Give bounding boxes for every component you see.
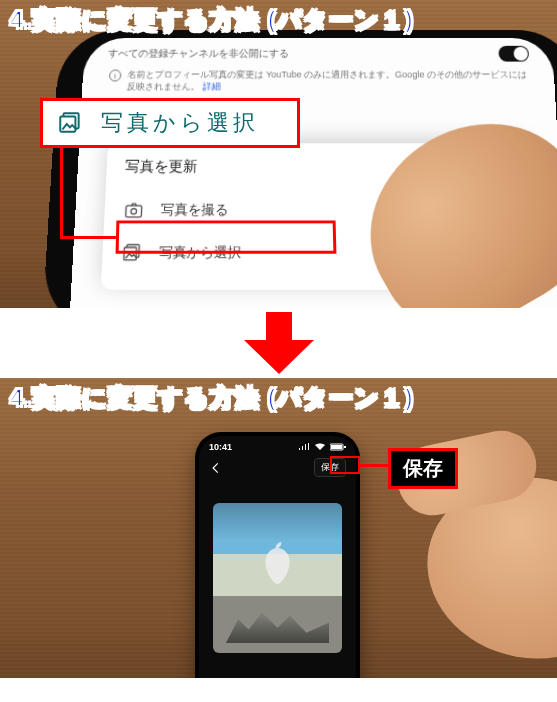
privacy-toggle-row: すべての登録チャンネルを非公開にする [104,44,534,68]
info-icon: i [109,70,122,82]
highlight-save [330,456,360,474]
step-panel-top: すべての登録チャンネルを非公開にする i 名前とプロフィール写真の変更は You… [0,0,557,308]
back-icon[interactable] [209,461,223,475]
svg-point-1 [131,209,137,215]
battery-icon [330,443,346,451]
panel-heading: 4.実際に変更する方法 (パターン１) [10,382,414,414]
svg-rect-0 [126,206,142,217]
status-bar: 10:41 [199,436,356,454]
arrow-separator [0,308,557,378]
panel-heading: 4.実際に変更する方法 (パターン１) [10,4,414,36]
wifi-icon [314,443,326,451]
info-text: 名前とプロフィール写真の変更は YouTube のみに適用されます。Google… [127,70,529,93]
selected-photo-preview[interactable] [213,503,342,653]
callout-text: 写真から選択 [101,108,259,138]
svg-rect-7 [331,445,342,449]
signal-icon [298,443,310,451]
step-panel-bottom: 10:41 保存 保存 4.実際に変更する方法 (パターン１) [0,378,557,678]
action-take-photo-label: 写真を撮る [160,201,228,220]
highlight-choose-photo [116,220,337,253]
privacy-toggle-label: すべての登録チャンネルを非公開にする [108,47,289,61]
status-time: 10:41 [209,442,232,452]
info-link[interactable]: 詳細 [202,81,220,91]
status-right [298,443,346,451]
callout-connector [60,148,63,238]
svg-rect-8 [344,446,346,448]
camera-icon [123,200,145,221]
highlight-connector [360,464,388,467]
callout-choose-photo: 写真から選択 [40,98,300,148]
down-arrow-icon [244,312,314,374]
callout-connector [60,236,116,239]
image-icon [57,110,83,136]
privacy-toggle[interactable] [498,46,529,62]
save-callout: 保存 [388,448,458,489]
